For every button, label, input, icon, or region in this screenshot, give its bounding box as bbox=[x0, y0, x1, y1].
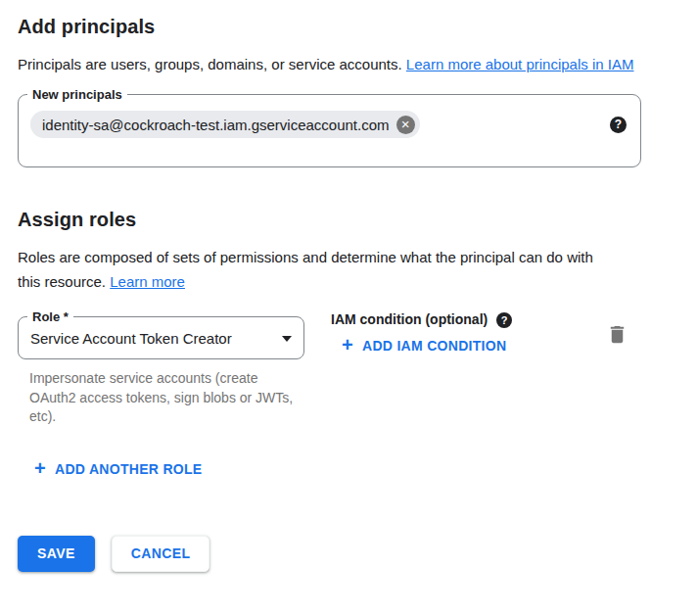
learn-more-principals-link[interactable]: Learn more about principals in IAM bbox=[406, 56, 634, 72]
assign-roles-title: Assign roles bbox=[18, 207, 678, 232]
cancel-button[interactable]: CANCEL bbox=[112, 536, 210, 572]
roles-description: Roles are composed of sets of permission… bbox=[18, 245, 613, 294]
remove-principal-icon[interactable]: × bbox=[396, 116, 415, 134]
trash-icon bbox=[606, 323, 628, 346]
help-icon[interactable]: ? bbox=[496, 312, 512, 328]
new-principals-field[interactable]: New principals identity-sa@cockroach-tes… bbox=[18, 94, 641, 167]
principal-chip-text: identity-sa@cockroach-test.iam.gservicea… bbox=[42, 117, 390, 133]
new-principals-label: New principals bbox=[27, 87, 127, 103]
role-selected-value: Service Account Token Creator bbox=[30, 330, 232, 347]
add-principals-panel: Add principals Principals are users, gro… bbox=[0, 0, 698, 616]
page-title: Add principals bbox=[18, 14, 678, 39]
iam-condition-column: IAM condition (optional) ? + ADD IAM CON… bbox=[331, 311, 512, 356]
dropdown-arrow-icon bbox=[282, 336, 292, 342]
add-another-role-row: + ADD ANOTHER ROLE bbox=[34, 461, 678, 480]
role-label: Role * bbox=[27, 309, 73, 325]
role-select[interactable]: Role * Service Account Token Creator bbox=[18, 316, 304, 359]
add-another-role-label: ADD ANOTHER ROLE bbox=[55, 461, 203, 477]
principals-description: Principals are users, groups, domains, o… bbox=[18, 52, 659, 76]
plus-icon: + bbox=[342, 338, 353, 352]
add-another-role-button[interactable]: + ADD ANOTHER ROLE bbox=[34, 461, 203, 477]
help-icon[interactable]: ? bbox=[610, 117, 627, 133]
delete-role-column bbox=[606, 316, 628, 350]
role-column: Role * Service Account Token Creator Imp… bbox=[18, 316, 304, 427]
iam-condition-label-row: IAM condition (optional) ? bbox=[331, 311, 512, 328]
iam-condition-label: IAM condition (optional) bbox=[331, 311, 488, 328]
principal-chip: identity-sa@cockroach-test.iam.gservicea… bbox=[30, 111, 420, 138]
learn-more-roles-link[interactable]: Learn more bbox=[110, 273, 185, 290]
dialog-footer: SAVE CANCEL bbox=[18, 536, 678, 572]
role-helper-text: Impersonate service accounts (create OAu… bbox=[29, 369, 296, 427]
add-iam-condition-label: ADD IAM CONDITION bbox=[362, 338, 506, 354]
delete-role-button[interactable] bbox=[606, 323, 628, 346]
roles-description-text: Roles are composed of sets of permission… bbox=[18, 249, 593, 290]
plus-icon: + bbox=[34, 461, 46, 475]
add-iam-condition-button[interactable]: + ADD IAM CONDITION bbox=[342, 338, 506, 354]
principals-description-text: Principals are users, groups, domains, o… bbox=[18, 56, 402, 72]
save-button[interactable]: SAVE bbox=[18, 536, 95, 572]
role-assignment-row: Role * Service Account Token Creator Imp… bbox=[18, 316, 678, 427]
